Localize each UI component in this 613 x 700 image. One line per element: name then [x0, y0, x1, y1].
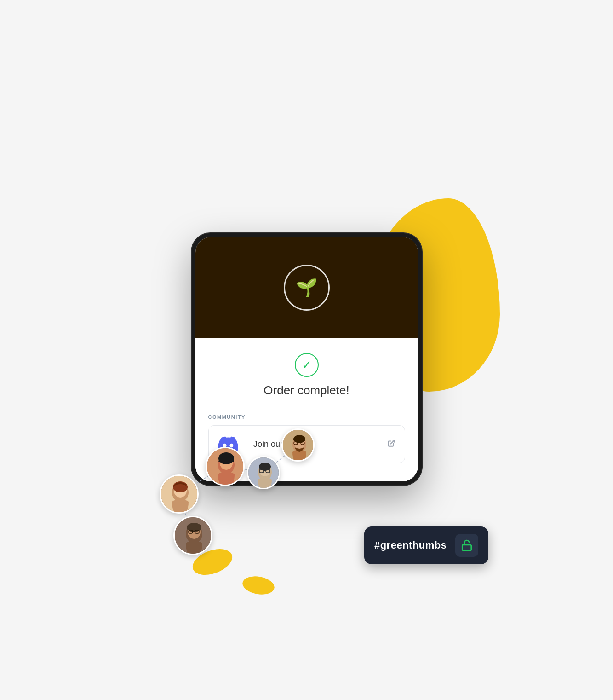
svg-rect-26	[175, 517, 212, 555]
avatar-member-1	[160, 474, 199, 514]
discord-join-label: Join our Discord	[253, 440, 380, 449]
checkmark-symbol: ✓	[302, 359, 312, 371]
svg-rect-5	[161, 476, 199, 514]
svg-line-4	[179, 494, 193, 535]
logo-circle: 🌱	[284, 265, 330, 311]
lock-icon-box	[455, 534, 478, 557]
order-complete-section: ✓ Order complete!	[208, 353, 405, 398]
svg-rect-33	[462, 544, 471, 550]
hashtag-badge: #greenthumbs	[364, 526, 488, 564]
phone-header: 🌱	[195, 237, 418, 338]
svg-point-6	[172, 483, 189, 502]
scene: 🌱 ✓ Order complete! COMMUNITY	[100, 51, 514, 649]
svg-line-0	[390, 440, 394, 444]
community-section: COMMUNITY Join our Discord	[208, 414, 405, 463]
discord-card[interactable]: Join our Discord	[208, 425, 405, 463]
svg-point-7	[174, 484, 187, 498]
hashtag-text: #greenthumbs	[374, 539, 447, 551]
svg-rect-30	[189, 530, 193, 533]
phone-frame: 🌱 ✓ Order complete! COMMUNITY	[192, 233, 422, 485]
discord-logo-icon	[218, 434, 238, 454]
blob-decoration-small-1	[189, 544, 236, 580]
svg-point-29	[187, 523, 201, 532]
svg-point-27	[186, 525, 202, 543]
avatar-member-5	[173, 516, 212, 555]
community-label: COMMUNITY	[208, 414, 405, 420]
leaf-icon: 🌱	[296, 278, 317, 298]
discord-divider	[246, 437, 246, 451]
svg-rect-31	[195, 530, 199, 533]
lock-open-icon	[461, 539, 473, 551]
external-link-icon	[387, 439, 395, 450]
phone-inner: 🌱 ✓ Order complete! COMMUNITY	[195, 237, 418, 481]
svg-point-28	[188, 525, 201, 539]
order-complete-title: Order complete!	[264, 383, 349, 398]
svg-point-8	[173, 481, 188, 492]
check-circle-icon: ✓	[295, 353, 319, 377]
blob-decoration-small-2	[241, 574, 276, 597]
phone-body: ✓ Order complete! COMMUNITY Join our Dis…	[195, 338, 418, 481]
